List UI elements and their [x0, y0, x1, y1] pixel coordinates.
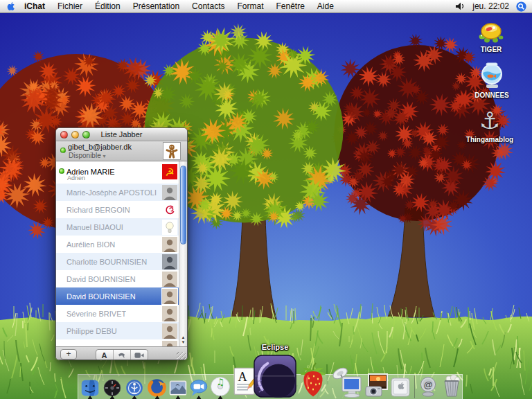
desktop-icon-label: DONNEES	[462, 91, 522, 99]
buddy-avatar	[162, 289, 177, 304]
buddy-name: David BOURNISIEN	[66, 275, 136, 283]
menu-item-fentre[interactable]: Fenêtre	[269, 1, 310, 11]
running-indicator	[196, 396, 202, 399]
buddy-avatar: ☭	[162, 164, 177, 179]
window-titlebar[interactable]: Liste Jabber	[56, 128, 187, 141]
phone-icon	[117, 351, 126, 360]
status-dropdown[interactable]: Disponible ▾	[69, 152, 106, 159]
menu-clock[interactable]: jeu. 22:02	[470, 1, 512, 11]
audio-chat-button[interactable]	[114, 350, 131, 360]
menu-bar: iChatFichierÉditionPrésentationContactsF…	[0, 0, 532, 13]
camera-icon	[134, 352, 144, 359]
account-avatar[interactable]	[163, 142, 181, 160]
minimize-button[interactable]	[71, 131, 79, 139]
dock-ichat-icon[interactable]	[189, 378, 209, 398]
apple-menu[interactable]	[3, 1, 18, 12]
buddy-row[interactable]: Adrien MARIEAdrien☭	[56, 161, 179, 184]
fishbowl-icon	[462, 61, 522, 90]
menu-item-ichat[interactable]: iChat	[18, 1, 51, 11]
apple-icon	[6, 1, 15, 12]
buddy-row[interactable]: Charlotte BOURNISIEN	[56, 253, 179, 270]
dock-picture-icon[interactable]	[168, 378, 188, 398]
dock-apple-box-icon[interactable]	[390, 377, 411, 398]
running-indicator	[109, 396, 115, 399]
dock-eclipse-icon[interactable]	[254, 355, 296, 398]
desktop: iChatFichierÉditionPrésentationContactsF…	[0, 0, 532, 399]
scrollbar-arrows[interactable]: ▲▼	[179, 335, 187, 345]
desktop-icon-thingamablog[interactable]: ⚓ Thingamablog	[460, 107, 520, 143]
dock-network-computer-icon[interactable]	[331, 367, 364, 398]
turtle-icon	[461, 21, 521, 44]
buddy-name: Philippe DEBU	[66, 327, 117, 335]
buddy-name: Aurélien BION	[66, 240, 115, 249]
dock-photos-camera-icon[interactable]	[365, 373, 389, 398]
buddy-name: Charlotte BOURNISIEN	[66, 258, 147, 266]
buddy-name: Marie-Josèphe APOSTOLIDES	[66, 188, 157, 197]
volume-icon[interactable]	[455, 1, 466, 11]
dock-hover-label: Eclipse	[262, 343, 289, 351]
dock-strawberry-icon[interactable]	[299, 362, 327, 398]
scrollbar-thumb[interactable]	[180, 166, 186, 245]
video-chat-button[interactable]	[131, 350, 148, 360]
dock-dark-dial-icon[interactable]	[103, 378, 122, 398]
running-indicator	[87, 396, 93, 399]
account-header: gibet_b@jabber.dk Disponible ▾	[56, 141, 187, 161]
desktop-icon-donnees[interactable]: DONNEES	[462, 61, 522, 99]
buddy-avatar	[162, 202, 177, 218]
buddy-avatar	[162, 237, 177, 252]
buddy-avatar	[162, 254, 177, 269]
dock-firefox-icon[interactable]	[147, 378, 167, 398]
text-chat-button[interactable]: A	[96, 350, 114, 360]
buddy-avatar	[162, 341, 177, 347]
svg-text:☭: ☭	[165, 166, 174, 179]
buddy-row[interactable]: David BOURNISIEN	[56, 287, 179, 305]
svg-text:@: @	[423, 380, 432, 390]
chevron-down-icon: ▾	[103, 153, 105, 159]
add-buddy-button[interactable]: +	[60, 349, 77, 360]
status-dot	[60, 148, 66, 153]
window-toolbar: + A	[56, 346, 187, 360]
menu-item-fichier[interactable]: Fichier	[51, 1, 89, 11]
dock-trash-icon[interactable]	[441, 374, 463, 398]
buddy-row[interactable]: David BOURNISIEN	[56, 270, 179, 287]
menu-item-prsentation[interactable]: Présentation	[127, 1, 186, 11]
dock-itunes-icon[interactable]: ♫	[209, 375, 231, 398]
menu-item-format[interactable]: Format	[231, 1, 269, 11]
running-indicator	[132, 396, 137, 399]
buddy-avatar	[162, 272, 177, 287]
buddy-name: David BOURNISIEN	[66, 292, 136, 301]
menu-items: iChatFichierÉditionPrésentationContactsF…	[18, 0, 340, 13]
dock-finder-icon[interactable]	[80, 378, 100, 398]
scrollbar[interactable]: ▲▼	[179, 161, 187, 346]
resize-grip[interactable]	[177, 352, 186, 360]
buddy-subtitle: Adrien	[67, 175, 85, 181]
close-button[interactable]	[60, 131, 68, 139]
running-indicator	[218, 396, 223, 399]
svg-text:A: A	[238, 370, 247, 384]
buddy-avatar	[162, 185, 177, 200]
buddy-row[interactable]	[56, 339, 179, 346]
zoom-button[interactable]	[82, 131, 90, 139]
buddy-name: Richard BERGOIN	[66, 206, 130, 214]
buddy-avatar	[162, 323, 177, 339]
dock-separator	[414, 375, 415, 398]
buddy-row[interactable]: Séverine BRIVET	[56, 305, 179, 322]
buddy-row[interactable]: Richard BERGOIN	[56, 201, 179, 218]
spotlight-icon[interactable]	[516, 1, 526, 12]
buddy-row[interactable]: Philippe DEBU	[56, 322, 179, 339]
buddy-avatar	[162, 220, 177, 235]
running-indicator	[154, 396, 160, 399]
anchor-icon: ⚓	[460, 107, 520, 134]
buddy-name: Manuel BIJAOUI	[66, 223, 123, 231]
dock-blue-emblem-icon[interactable]	[125, 378, 144, 398]
menu-item-aide[interactable]: Aide	[311, 1, 340, 11]
buddy-row[interactable]: Aurélien BION	[56, 236, 179, 253]
menu-item-contacts[interactable]: Contacts	[186, 1, 231, 11]
desktop-icon-tiger[interactable]: TIGER	[461, 21, 521, 53]
running-indicator	[175, 396, 181, 399]
buddy-row[interactable]: Manuel BIJAOUI	[56, 218, 179, 236]
menu-item-dition[interactable]: Édition	[89, 1, 127, 11]
dock-at-stamp-icon[interactable]: @	[418, 375, 438, 398]
ichat-buddy-list-window: Liste Jabber gibet_b@jabber.dk Disponibl…	[55, 127, 188, 360]
buddy-row[interactable]: Marie-Josèphe APOSTOLIDES	[56, 184, 179, 201]
